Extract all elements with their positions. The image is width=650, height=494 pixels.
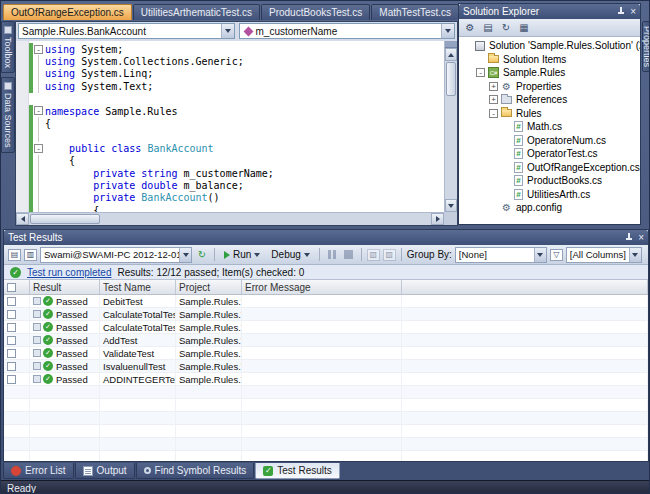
tree-item[interactable]: #OperatoreNum.cs bbox=[459, 134, 640, 148]
row-checkbox[interactable] bbox=[7, 297, 16, 306]
table-row[interactable]: ✓PassedADDINTEGERTestSample.Rules.Test bbox=[4, 373, 648, 386]
view-code-icon[interactable]: ▦ bbox=[517, 21, 531, 35]
tree-item[interactable]: #ProductBooks.cs bbox=[459, 174, 640, 188]
horizontal-scroll-thumb[interactable] bbox=[30, 214, 100, 224]
expand-icon[interactable]: + bbox=[489, 95, 498, 104]
row-checkbox[interactable] bbox=[7, 310, 16, 319]
tree-item[interactable]: #Math.cs bbox=[459, 120, 640, 134]
close-icon[interactable]: × bbox=[630, 7, 636, 16]
collapse-icon[interactable]: - bbox=[489, 109, 498, 118]
tree-item[interactable]: +⚙Properties bbox=[459, 80, 640, 94]
filter-icon[interactable]: ▽ bbox=[550, 249, 563, 261]
scroll-down-icon[interactable] bbox=[445, 199, 457, 212]
collapse-icon[interactable]: - bbox=[34, 45, 43, 54]
columns-dropdown[interactable]: [All Columns] bbox=[566, 247, 642, 263]
pin-icon[interactable] bbox=[617, 7, 625, 16]
collapse-icon[interactable]: - bbox=[476, 68, 485, 77]
row-checkbox[interactable] bbox=[7, 349, 16, 358]
tree-item[interactable]: #OperatorTest.cs bbox=[459, 147, 640, 161]
fold-margin[interactable]: - bbox=[33, 43, 45, 55]
run-button[interactable]: Run bbox=[220, 248, 264, 261]
results-table-header[interactable]: ResultTest NameProjectError Message bbox=[4, 280, 648, 295]
chevron-down-icon[interactable] bbox=[179, 248, 191, 262]
column-header[interactable] bbox=[4, 280, 30, 294]
row-checkbox[interactable] bbox=[7, 323, 16, 332]
tree-item[interactable]: #UtilitiesArth.cs bbox=[459, 188, 640, 202]
collapse-icon[interactable]: - bbox=[34, 106, 43, 115]
splitter-handle[interactable] bbox=[445, 41, 457, 48]
row-checkbox[interactable] bbox=[7, 336, 16, 345]
scroll-right-icon[interactable] bbox=[431, 213, 444, 225]
bottom-tab-test-results[interactable]: Test Results bbox=[255, 463, 339, 479]
bottom-tab-find-symbol[interactable]: Find Symbol Results bbox=[136, 463, 255, 479]
column-header[interactable] bbox=[402, 280, 648, 294]
pin-icon[interactable] bbox=[625, 233, 633, 242]
collapse-icon[interactable]: - bbox=[34, 144, 43, 153]
test-run-dropdown[interactable]: Swami@SWAMI-PC 2012-12-01 1... bbox=[40, 247, 192, 263]
fold-margin[interactable] bbox=[33, 55, 45, 67]
close-icon[interactable]: × bbox=[638, 233, 644, 242]
fold-margin[interactable] bbox=[33, 80, 45, 92]
debug-button[interactable]: Debug bbox=[267, 248, 313, 261]
row-checkbox[interactable] bbox=[7, 362, 16, 371]
fold-margin[interactable] bbox=[33, 155, 45, 167]
chevron-down-icon[interactable] bbox=[304, 253, 310, 257]
fold-margin[interactable]: - bbox=[33, 142, 45, 154]
chevron-down-icon[interactable] bbox=[534, 248, 546, 262]
member-selector-dropdown[interactable]: m_customerName bbox=[239, 23, 456, 39]
select-tests-icon[interactable]: ▤ bbox=[8, 249, 21, 261]
table-row[interactable]: ✓PassedValidateTestSample.Rules.Test bbox=[4, 347, 648, 360]
fold-margin[interactable]: - bbox=[33, 105, 45, 117]
chevron-down-icon[interactable] bbox=[441, 24, 454, 38]
group-by-dropdown[interactable]: [None] bbox=[455, 247, 547, 263]
doc-tab[interactable]: OutOfRangeException.cs bbox=[3, 4, 132, 20]
test-results-titlebar[interactable]: Test Results × bbox=[4, 230, 648, 245]
scroll-up-icon[interactable] bbox=[445, 48, 457, 61]
column-header[interactable]: Project bbox=[176, 280, 242, 294]
column-header[interactable]: Result bbox=[30, 280, 100, 294]
fold-margin[interactable] bbox=[33, 179, 45, 191]
scroll-left-icon[interactable] bbox=[16, 213, 29, 225]
column-header[interactable]: Error Message bbox=[242, 280, 402, 294]
table-row[interactable]: ✓PassedCalculateTotalTestSample.Rules.Te… bbox=[4, 308, 648, 321]
dock-tab[interactable]: Toolbox bbox=[1, 21, 15, 73]
connections-icon[interactable]: ▥ bbox=[24, 249, 37, 261]
type-selector-dropdown[interactable]: Sample.Rules.BankAccount bbox=[18, 23, 235, 39]
row-checkbox[interactable] bbox=[7, 375, 16, 384]
show-all-files-icon[interactable]: ▤ bbox=[481, 21, 495, 35]
fold-margin[interactable] bbox=[33, 204, 45, 212]
table-row[interactable]: ✓PassedCalculateTotalTest1Sample.Rules.T… bbox=[4, 321, 648, 334]
code-area[interactable]: -using System;using System.Collections.G… bbox=[16, 41, 444, 212]
test-run-completed-link[interactable]: Test run completed bbox=[27, 267, 112, 278]
fold-margin[interactable] bbox=[33, 167, 45, 179]
refresh-icon[interactable]: ↻ bbox=[499, 21, 513, 35]
chevron-down-icon[interactable] bbox=[629, 248, 641, 262]
chevron-down-icon[interactable] bbox=[254, 253, 260, 257]
bottom-tab-error-list[interactable]: Error List bbox=[3, 463, 74, 479]
fold-margin[interactable] bbox=[33, 192, 45, 204]
tree-item[interactable]: #OutOfRangeException.cs bbox=[459, 161, 640, 175]
properties-icon[interactable]: ⚙ bbox=[463, 21, 477, 35]
vertical-scroll-thumb[interactable] bbox=[446, 62, 456, 96]
table-row[interactable]: ✓PassedDebitTestSample.Rules.Test bbox=[4, 295, 648, 308]
tree-item[interactable]: -C#Sample.Rules bbox=[459, 66, 640, 80]
dock-tab[interactable]: Data Sources bbox=[1, 77, 15, 153]
tree-item[interactable]: -Rules bbox=[459, 107, 640, 121]
dock-tab[interactable]: Properties bbox=[642, 21, 650, 72]
fold-margin[interactable] bbox=[33, 68, 45, 80]
chevron-down-icon[interactable] bbox=[221, 24, 234, 38]
expand-icon[interactable]: + bbox=[489, 82, 498, 91]
select-all-checkbox[interactable] bbox=[7, 283, 16, 292]
fold-margin[interactable] bbox=[33, 130, 45, 142]
fold-margin[interactable] bbox=[33, 93, 45, 105]
editor-vertical-scrollbar[interactable] bbox=[444, 41, 457, 212]
solution-explorer-titlebar[interactable]: Solution Explorer × bbox=[459, 4, 640, 19]
table-row[interactable]: ✓PassedIsvaluenullTestSample.Rules.Test bbox=[4, 360, 648, 373]
doc-tab[interactable]: MathTestTest.cs bbox=[371, 4, 459, 20]
fold-margin[interactable] bbox=[33, 117, 45, 129]
doc-tab[interactable]: UtilitiesArthematicTest.cs bbox=[133, 4, 260, 20]
tree-item[interactable]: +References bbox=[459, 93, 640, 107]
tree-item[interactable]: Solution 'Sample.Rules.Solution' (2 proj… bbox=[459, 39, 640, 53]
table-row[interactable]: ✓PassedAddTestSample.Rules.Test bbox=[4, 334, 648, 347]
refresh-icon[interactable]: ↻ bbox=[195, 248, 209, 262]
